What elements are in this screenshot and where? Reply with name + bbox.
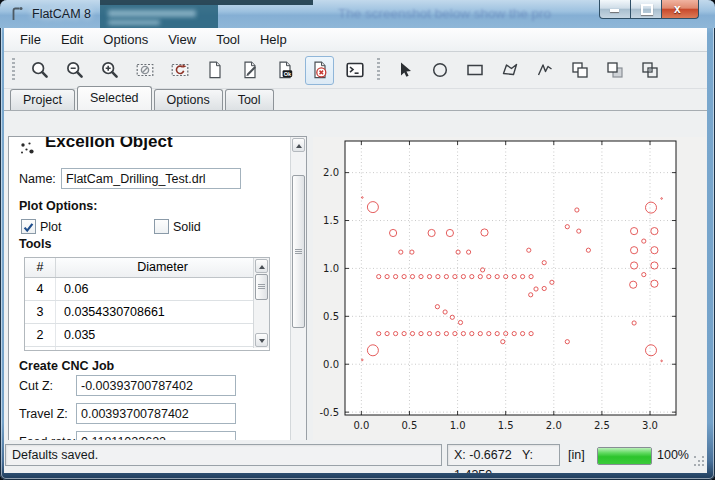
- tool-diameter-cell[interactable]: 0.0354330708661: [56, 301, 269, 323]
- statusbar: Defaults saved. X: -0.6672 Y: 1.4359 [in…: [4, 440, 707, 473]
- menu-view[interactable]: View: [158, 29, 206, 50]
- tool-row-partial[interactable]: [25, 347, 269, 351]
- thumb-grip-icon: [295, 249, 302, 250]
- selected-object-panel: Excellon Object Name: Plot Options: Plot…: [8, 136, 307, 467]
- tool-number-header[interactable]: #: [25, 258, 56, 277]
- tool-diameter-header[interactable]: Diameter: [56, 258, 269, 277]
- draw-path-icon: [535, 60, 555, 80]
- titlebar[interactable]: The screenshot below show the pro FlatCA…: [0, 0, 715, 28]
- coordinates-box: X: -0.6672 Y: 1.4359: [447, 444, 560, 466]
- tool-number-cell[interactable]: 4: [25, 278, 56, 300]
- new-project-button[interactable]: [200, 56, 229, 85]
- tool-diameter-cell[interactable]: 0.06: [56, 278, 269, 300]
- plot-checkbox[interactable]: [21, 219, 36, 234]
- replot-button[interactable]: [165, 56, 194, 85]
- toolbar-drag-handle[interactable]: [12, 58, 15, 82]
- tools-table-body: 40.0630.035433070866120.035: [25, 278, 269, 351]
- travel-z-label: Travel Z:: [19, 407, 68, 421]
- zoom-fit-button[interactable]: [25, 56, 54, 85]
- new-project-icon: [205, 60, 225, 80]
- arrow-up-icon: [296, 144, 302, 148]
- open-project-icon: [240, 60, 260, 80]
- draw-circle-button[interactable]: [425, 56, 454, 85]
- x-tick-label: 1.0: [450, 420, 466, 431]
- save-project-button[interactable]: Ok: [270, 56, 299, 85]
- progress-fill: [598, 448, 651, 464]
- tools-table-scrollbar[interactable]: [253, 258, 269, 348]
- tool-row[interactable]: 20.035: [25, 324, 269, 347]
- tools-table: # Diameter 40.0630.035433070866120.035: [24, 257, 270, 351]
- window-title: FlatCAM 8: [32, 7, 91, 21]
- name-input[interactable]: [61, 168, 241, 189]
- x-tick-label: 3.0: [642, 420, 658, 431]
- plot-canvas[interactable]: 0.00.51.01.52.02.53.0-0.50.00.51.01.52.0: [313, 137, 706, 441]
- close-icon: x: [674, 2, 681, 16]
- tool-row[interactable]: 30.0354330708661: [25, 301, 269, 324]
- clear-plot-button[interactable]: [130, 56, 159, 85]
- menu-file[interactable]: File: [10, 29, 51, 50]
- subtract-button[interactable]: [600, 56, 629, 85]
- travel-z-input[interactable]: [76, 403, 236, 424]
- zoom-out-button[interactable]: [60, 56, 89, 85]
- intersect-button[interactable]: [635, 56, 664, 85]
- tab-selected[interactable]: Selected: [77, 86, 152, 110]
- draw-polygon-button[interactable]: [495, 56, 524, 85]
- tool-diameter-cell[interactable]: 0.035: [56, 324, 269, 346]
- zoom-in-button[interactable]: [95, 56, 124, 85]
- panel-scrollbar[interactable]: [290, 137, 306, 464]
- y-tick-label: -0.5: [319, 407, 339, 418]
- tool-row[interactable]: 40.06: [25, 278, 269, 301]
- close-button[interactable]: x: [662, 0, 699, 19]
- tab-options[interactable]: Options: [154, 89, 223, 110]
- plot-options-label: Plot Options:: [19, 199, 97, 213]
- select-button[interactable]: [390, 56, 419, 85]
- minimize-button[interactable]: [599, 0, 631, 19]
- maximize-button[interactable]: [631, 0, 662, 19]
- shell-button[interactable]: [340, 56, 369, 85]
- progress-bar: [597, 447, 652, 465]
- drill-plot[interactable]: 0.00.51.01.52.02.53.0-0.50.00.51.01.52.0: [313, 137, 706, 441]
- tool-diameter-cell: [56, 347, 269, 351]
- menu-tool[interactable]: Tool: [206, 29, 250, 50]
- tab-tool[interactable]: Tool: [225, 89, 274, 110]
- cut-z-input[interactable]: [76, 375, 236, 396]
- delete-object-icon: [310, 60, 330, 80]
- check-icon: [22, 221, 35, 234]
- panel-title-wrap: Excellon Object: [45, 137, 275, 156]
- resize-grip[interactable]: [694, 456, 704, 466]
- intersect-icon: [640, 60, 660, 80]
- clear-plot-icon: [135, 60, 155, 80]
- union-button[interactable]: [565, 56, 594, 85]
- draw-path-button[interactable]: [530, 56, 559, 85]
- scroll-up-button[interactable]: [292, 138, 305, 152]
- name-label: Name:: [19, 172, 56, 186]
- menu-edit[interactable]: Edit: [51, 29, 93, 50]
- draw-rectangle-button[interactable]: [460, 56, 489, 85]
- menu-help[interactable]: Help: [250, 29, 297, 50]
- toolbar-drag-handle[interactable]: [377, 58, 380, 82]
- screen: The screenshot below show the pro FlatCA…: [0, 0, 715, 480]
- scroll-down-button[interactable]: [255, 333, 268, 347]
- units-label: [in]: [568, 448, 585, 462]
- tool-number-cell[interactable]: 3: [25, 301, 56, 323]
- draw-polygon-icon: [500, 60, 520, 80]
- status-message: Defaults saved.: [12, 448, 98, 462]
- draw-rectangle-icon: [465, 60, 485, 80]
- cnc-section-label: Create CNC Job: [19, 359, 114, 373]
- y-tick-label: 1.0: [323, 263, 339, 274]
- scrollbar-thumb[interactable]: [292, 175, 305, 328]
- tool-number-cell[interactable]: 2: [25, 324, 56, 346]
- tab-project[interactable]: Project: [10, 89, 75, 110]
- flatcam-window: The screenshot below show the pro FlatCA…: [0, 0, 715, 480]
- solid-checkbox[interactable]: [154, 219, 169, 234]
- plot-checkbox-label: Plot: [40, 220, 62, 234]
- arrow-down-icon: [259, 339, 265, 343]
- y-tick-label: 1.5: [323, 215, 339, 226]
- aero-ghost-window: [100, 5, 218, 28]
- scroll-up-button[interactable]: [255, 259, 268, 273]
- delete-object-button[interactable]: [305, 56, 334, 85]
- scrollbar-thumb[interactable]: [255, 274, 268, 300]
- menu-options[interactable]: Options: [93, 29, 158, 50]
- replot-icon: [170, 60, 190, 80]
- open-project-button[interactable]: [235, 56, 264, 85]
